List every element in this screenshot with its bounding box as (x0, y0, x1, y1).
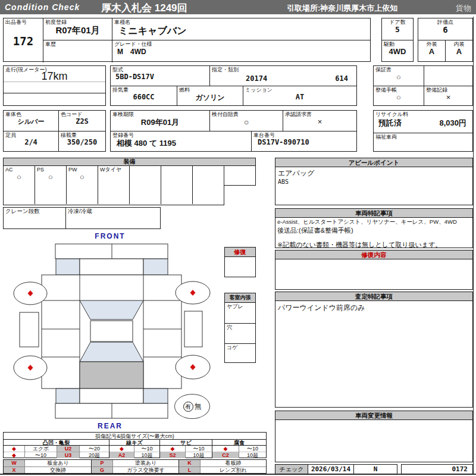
mark-code: W (4, 460, 25, 466)
legend-cell: 10超 (186, 452, 212, 458)
equipment-title-bar: 装備 (3, 158, 256, 165)
type-class-label: 指定・類別 (210, 66, 356, 73)
documents-empty-cell (424, 66, 472, 86)
equipment-row-1: AC ○ PS ○ PW ○ Wタイヤ (3, 165, 256, 186)
change-info-content (275, 420, 472, 422)
interior-trim-title: 客室内張 (225, 293, 255, 303)
appeal-line-2: ABS (275, 178, 472, 185)
approval-cell: 承認請求書 × (283, 111, 356, 131)
legend-cell: 〜10 (134, 446, 160, 452)
appeal-line-1: エアバッグ (275, 167, 472, 178)
repair-content-box: 修復内容 (275, 250, 473, 290)
check-number-cell: 0172 (401, 464, 473, 474)
fuel-label: 燃料 (177, 86, 243, 93)
legend-code: U2 (57, 446, 80, 452)
type-number: 20174 (246, 74, 267, 83)
check-code-cell: N (354, 464, 397, 474)
score-cell: 評価点 6 (418, 18, 472, 40)
cargo-area (80, 362, 143, 389)
front-corner-left (56, 259, 80, 275)
color-code-value: Z2S (59, 117, 105, 126)
mark-desc: 塗装あり (113, 460, 179, 466)
fuel-value: ガソリン (177, 93, 243, 103)
mirror-left (20, 312, 39, 347)
equipment-label: PW (67, 166, 98, 173)
appeal-title: アピールポイント (275, 158, 472, 167)
warranty-value: ○ (374, 73, 424, 82)
legend-cell: エクボ (25, 446, 57, 452)
interior-label: 内装 (446, 40, 472, 47)
color-code-cell: 色コード Z2S (59, 111, 105, 131)
recycle-amount: 8,030円 (439, 118, 466, 129)
grade-label: グレード・仕様 (112, 40, 371, 47)
warranty-cell: 保証書 ○ (374, 66, 424, 86)
damage-legend-box: 損傷記号&損傷サイズ(〜最大cm) 凸凹・亀裂 線キズ サビ 腐食 ◆ エクボ … (3, 432, 267, 458)
vehicle-notes-line-1: e-Assist、ヒルスタートアシスト、リヤソナー、キーレス、PW、4WD (275, 218, 472, 226)
vehicle-notes-line-2: 後送品:(保証書&整備手帳) (275, 226, 472, 235)
score-value: 6 (418, 25, 472, 35)
mark-code: K (179, 460, 201, 466)
registration-number-label: 登録番号 (111, 131, 251, 138)
equipment-cell-empty (193, 185, 224, 204)
doors-label: ドア数 (382, 18, 413, 25)
equipment-cell-empty (130, 185, 161, 204)
equipment-cell-empty (224, 166, 255, 185)
registration-number-value: 相模 480 て 1195 (111, 138, 251, 149)
first-registration-cell: 初度登録 R07年01月 (43, 18, 112, 40)
grade-cell: グレード・仕様 M 4WD (112, 40, 371, 62)
check-code: N (374, 465, 378, 473)
interior-trim-item-label: ヤブレ (225, 303, 255, 309)
equipment-cell-empty (98, 185, 130, 204)
fuel-cell: 燃料 ガソリン (177, 86, 243, 105)
exterior-cell: 外装 A (418, 40, 446, 61)
equipment-value: ○ (4, 173, 35, 181)
exterior-value: A (418, 47, 445, 56)
assessment-content: パワーウインドウ前席のみ (275, 301, 472, 315)
equipment-cell-empty (67, 185, 98, 204)
mark-desc: レンズ割れ (201, 466, 266, 473)
legend-diamond-icon: ◆ (4, 452, 25, 458)
insurance-value: ○ (210, 117, 283, 127)
mark-code: X (4, 466, 25, 473)
crane-fridge-box: クレーン段数 冷凍/冷蔵 (3, 207, 161, 229)
title-bar: Condition Check 厚木入札会 1249回 引取場所:神奈川県厚木市… (0, 0, 476, 14)
legend-code: A2 (109, 452, 134, 458)
equipment-cell-empty (193, 166, 224, 185)
chassis-number-value: DS17V-890710 (252, 138, 356, 146)
legend-cell: 10超 (239, 452, 266, 458)
maintenance-record-label: 整備記録 (424, 86, 472, 93)
legend-group-scratches: 線キズ (109, 440, 160, 446)
mission-value: AT (243, 93, 356, 101)
hood-panel (80, 259, 143, 275)
legend-cell: 10超 (134, 452, 160, 458)
interior-trim-item-label: 穴 (225, 324, 255, 330)
vehicle-notes-disclaimer: ※記載のない書類・機器等は無しとして取り扱います。 (275, 235, 472, 249)
interior-trim-item-tear: ヤブレ (225, 303, 255, 323)
inspection-expiry-value: R09年01月 (111, 117, 209, 128)
grade-value: M 4WD (112, 47, 371, 57)
load-cell: 積載量 350/250 (59, 131, 105, 151)
equipment-cell-ac: AC ○ (4, 166, 35, 185)
rear-gate-panel (80, 389, 143, 403)
recycle-fee-cell: リサイクル料 預託済 8,030円 (374, 111, 472, 133)
model-code-cell: 型式 5BD-DS17V (111, 66, 210, 86)
displacement-cell: 排気量 660CC (111, 86, 177, 105)
mark-desc: ガラス交換要す (113, 466, 179, 473)
recycle-fee-label: リサイクル料 (374, 111, 472, 117)
check-label: チェック (280, 466, 304, 472)
body-color-cell: 車体色 シルバー (4, 111, 59, 131)
equipment-value: ○ (67, 173, 98, 181)
mileage-cell: 走行(現メーター) 17km (4, 66, 105, 82)
approval-value: × (283, 117, 356, 126)
first-registration-label: 初度登録 (43, 18, 112, 25)
color-capacity-box: 車体色 シルバー 色コード Z2S 定員 2/4 積載量 350/250 (3, 110, 106, 152)
equipment-label: Wタイヤ (98, 166, 129, 173)
fridge-cell: 冷凍/冷蔵 (66, 208, 160, 228)
insurance-label: 検付自賠責 (210, 111, 283, 117)
registration-number-cell: 登録番号 相模 480 て 1195 (111, 131, 252, 151)
fridge-label: 冷凍/冷蔵 (66, 208, 160, 214)
mission-label: ミッション (243, 86, 356, 93)
equipment-cell-empty (4, 185, 35, 204)
model-code-label: 型式 (111, 66, 209, 73)
capacity-cell: 定員 2/4 (4, 131, 59, 151)
